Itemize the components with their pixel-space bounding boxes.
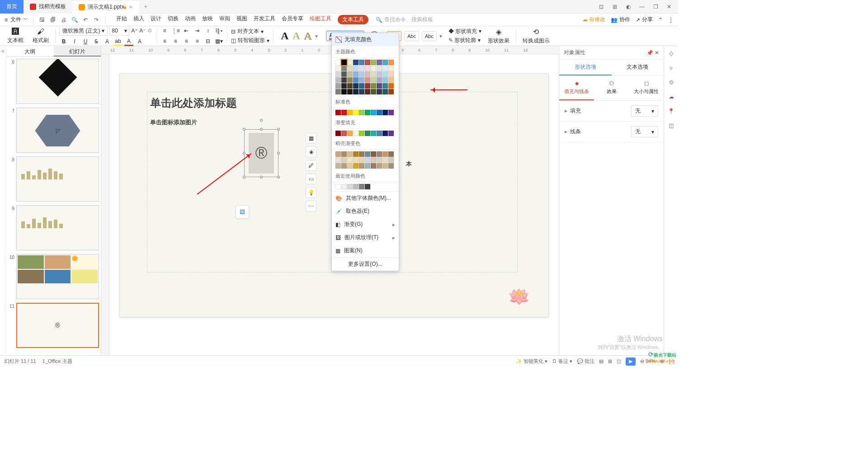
fill-row[interactable]: ▸填充 无▾ — [559, 101, 664, 122]
strike-button[interactable]: S̶ — [92, 37, 101, 46]
color-swatch[interactable] — [341, 71, 347, 77]
color-swatch[interactable] — [365, 157, 370, 163]
color-swatch[interactable] — [347, 184, 353, 189]
underline-button[interactable]: U — [81, 37, 90, 46]
color-swatch[interactable] — [377, 77, 382, 83]
color-swatch[interactable] — [347, 60, 353, 65]
tab-drawing-tools[interactable]: 绘图工具 — [310, 15, 331, 24]
notes-toggle[interactable]: 🗒 备注 ▾ — [552, 358, 572, 365]
slideshow-play-button[interactable]: ▶ — [626, 357, 636, 366]
color-swatch[interactable] — [377, 157, 382, 163]
color-swatch[interactable] — [359, 184, 364, 189]
color-swatch[interactable] — [382, 110, 388, 115]
no-fill-option[interactable]: 无填充颜色 — [332, 33, 399, 46]
color-swatch[interactable] — [382, 71, 388, 77]
color-swatch[interactable] — [341, 163, 347, 169]
highlight-button[interactable]: ab — [113, 37, 123, 46]
color-swatch[interactable] — [335, 66, 341, 71]
tab-design[interactable]: 设计 — [151, 15, 161, 24]
color-swatch[interactable] — [371, 163, 376, 169]
text-style-1[interactable]: A — [281, 30, 288, 42]
color-swatch[interactable] — [377, 163, 382, 169]
more-settings-option[interactable]: 更多设置(O)... — [332, 257, 399, 271]
to-picture-button[interactable]: ⟲转换成图示 — [520, 28, 552, 45]
menu-caret-icon[interactable]: ⌃ — [658, 17, 663, 23]
print-icon[interactable]: 🖨 — [60, 16, 68, 24]
tab-insert[interactable]: 插入 — [133, 15, 144, 24]
text-style-2[interactable]: A — [292, 30, 300, 42]
color-swatch[interactable] — [371, 71, 376, 77]
color-swatch[interactable] — [347, 151, 353, 157]
fill-line-subtab[interactable]: ◆填充与线条 — [559, 76, 594, 100]
font-name-select[interactable]: 微软雅黑 (正文)▾ — [59, 26, 108, 36]
color-swatch[interactable] — [382, 89, 388, 94]
color-swatch[interactable] — [365, 184, 370, 189]
color-swatch[interactable] — [377, 71, 382, 77]
tab-member[interactable]: 会员专享 — [282, 15, 303, 24]
color-swatch[interactable] — [353, 184, 359, 189]
color-swatch[interactable] — [353, 83, 359, 89]
color-swatch[interactable] — [347, 163, 353, 169]
color-swatch[interactable] — [347, 110, 353, 115]
rect-tool-icon[interactable]: ▭ — [306, 174, 316, 184]
beautify-button[interactable]: ✨ 智能美化 ▾ — [516, 358, 547, 365]
view-sorter-icon[interactable]: ⊞ — [608, 358, 612, 364]
color-swatch[interactable] — [382, 60, 388, 65]
color-swatch[interactable] — [359, 66, 364, 71]
color-swatch[interactable] — [371, 66, 376, 71]
reading-icon[interactable]: ⊡ — [595, 0, 608, 13]
pin-icon[interactable]: 📌 — [646, 50, 653, 56]
search-box[interactable]: 🔍查找命令、搜索模板 — [376, 16, 433, 24]
rail-settings-icon[interactable]: ⟐ — [667, 63, 676, 72]
color-swatch[interactable] — [341, 60, 347, 65]
color-swatch[interactable] — [359, 83, 364, 89]
save-as-icon[interactable]: 🗐 — [49, 16, 57, 24]
columns-icon[interactable]: ▦▾ — [214, 37, 223, 46]
gallery-more-icon[interactable]: ▾ — [315, 33, 318, 39]
shape-options-tab[interactable]: 形状选项 — [559, 60, 612, 75]
smart-shape-button[interactable]: ◫ 转智能图形 ▾ — [231, 37, 269, 44]
color-swatch[interactable] — [371, 83, 376, 89]
color-swatch[interactable] — [382, 151, 388, 157]
align-center-icon[interactable]: ≡ — [171, 37, 180, 46]
bold-button[interactable]: B — [59, 37, 68, 46]
view-reading-icon[interactable]: ◫ — [617, 358, 621, 364]
rail-animation-icon[interactable]: ⊙ — [667, 78, 676, 87]
clear-format-icon[interactable]: ♲ — [147, 28, 152, 34]
align-left-icon[interactable]: ≡ — [160, 37, 169, 46]
color-swatch[interactable] — [371, 77, 376, 83]
color-swatch[interactable] — [347, 77, 353, 83]
color-swatch[interactable] — [353, 163, 359, 169]
expand-icon[interactable]: ▸ — [565, 128, 567, 135]
color-swatch[interactable] — [365, 110, 370, 115]
tab-view[interactable]: 视图 — [236, 15, 247, 24]
distribute-icon[interactable]: ⊟ — [203, 37, 212, 46]
more-tool-icon[interactable]: ⋯ — [306, 201, 316, 212]
text-effects-button[interactable]: A — [135, 37, 144, 46]
size-props-subtab[interactable]: ▢大小与属性 — [629, 76, 664, 100]
color-swatch[interactable] — [359, 77, 364, 83]
color-swatch[interactable] — [388, 77, 394, 83]
fill-select[interactable]: 无▾ — [631, 105, 658, 117]
color-swatch[interactable] — [388, 110, 394, 115]
color-swatch[interactable] — [335, 131, 341, 136]
close-icon[interactable]: ✕ — [663, 0, 675, 13]
shape-outline-button[interactable]: ✎ 形状轮廓 ▾ — [448, 37, 481, 44]
color-swatch[interactable] — [365, 163, 370, 169]
rail-share-icon[interactable]: ☁ — [667, 92, 676, 101]
indent-dec-icon[interactable]: ⇤ — [182, 26, 191, 35]
tab-text-tools[interactable]: 文本工具 — [338, 15, 368, 24]
shape-style-2[interactable]: Abc — [404, 31, 419, 41]
undo-icon[interactable]: ↶ — [81, 16, 90, 24]
color-swatch[interactable] — [347, 157, 353, 163]
thumb-10[interactable]: 🌼 — [16, 254, 99, 299]
color-swatch[interactable] — [365, 89, 370, 94]
color-swatch[interactable] — [353, 157, 359, 163]
color-swatch[interactable] — [347, 66, 353, 71]
color-swatch[interactable] — [359, 110, 364, 115]
color-swatch[interactable] — [353, 60, 359, 65]
gradient-option[interactable]: ◧渐变(G)▸ — [332, 218, 399, 231]
thumb-6[interactable] — [16, 59, 99, 104]
color-swatch[interactable] — [335, 110, 341, 115]
more-colors-option[interactable]: 🎨其他字体颜色(M)... — [332, 192, 399, 205]
